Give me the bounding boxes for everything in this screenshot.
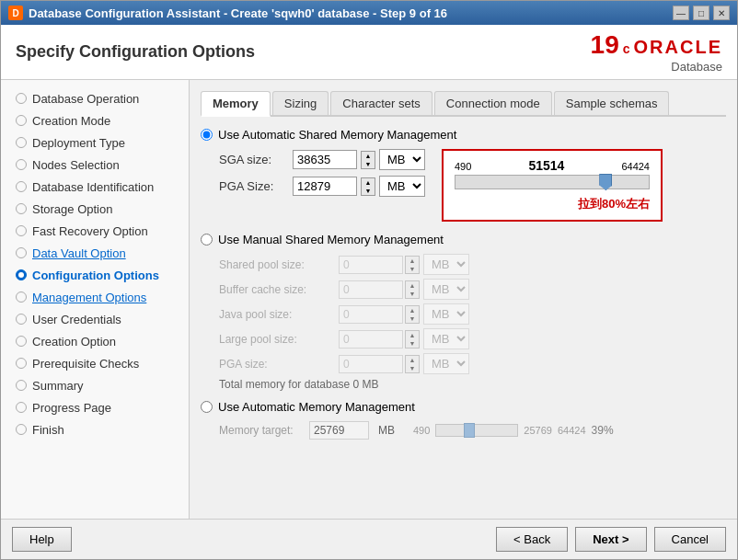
sga-label: SGA size: [219, 153, 293, 166]
shared-pool-unit: MB [423, 254, 469, 275]
pga-manual-input [339, 355, 403, 373]
shared-pool-row: Shared pool size: ▲ ▼ MB [219, 254, 726, 275]
minimize-button[interactable]: — [673, 6, 689, 20]
buffer-cache-spin: ▲ ▼ [405, 280, 420, 299]
sidebar-item-creation-option: Creation Option [1, 330, 189, 352]
window-controls: — □ ✕ [673, 6, 730, 20]
large-pool-label: Large pool size: [219, 333, 339, 346]
bullet-creation-mode [16, 115, 27, 126]
tab-memory[interactable]: Memory [201, 91, 271, 117]
bottom-bar: Help < Back Next > Cancel [1, 519, 737, 559]
manual-shared-radio-row: Use Manual Shared Memory Management [201, 233, 726, 246]
sidebar-item-prerequisite-checks: Prerequisite Checks [1, 352, 189, 374]
tab-bar: Memory Sizing Character sets Connection … [201, 91, 726, 117]
tab-character-sets[interactable]: Character sets [330, 91, 432, 115]
large-pool-spin: ▲ ▼ [405, 330, 420, 349]
sidebar-item-progress-page: Progress Page [1, 396, 189, 418]
sga-input-group: ▲ ▼ MB GB [293, 149, 425, 170]
shared-pool-spin: ▲ ▼ [405, 256, 420, 274]
tab-sizing[interactable]: Sizing [272, 91, 329, 115]
pga-manual-row: PGA size: ▲ ▼ MB [219, 353, 726, 374]
buffer-cache-label: Buffer cache size: [219, 283, 339, 296]
auto-memory-radio[interactable] [201, 401, 213, 413]
sga-field-row: SGA size: ▲ ▼ MB GB [201, 149, 425, 170]
sga-spin-down[interactable]: ▼ [362, 160, 375, 168]
auto-memory-radio-row: Use Automatic Memory Management [201, 400, 726, 414]
shared-pool-spin-down: ▼ [406, 265, 419, 273]
bullet-database-operation [16, 93, 27, 104]
sidebar-item-database-identification: Database Identification [1, 176, 189, 198]
main-window: D Database Configuration Assistant - Cre… [0, 0, 738, 560]
help-button[interactable]: Help [12, 527, 72, 552]
java-pool-input [339, 305, 403, 324]
sidebar-item-summary: Summary [1, 374, 189, 396]
bullet-creation-option [16, 336, 27, 347]
maximize-button[interactable]: □ [693, 6, 709, 20]
bullet-fast-recovery-option [16, 225, 27, 236]
annotation-text: 拉到80%左右 [455, 196, 650, 212]
cancel-button[interactable]: Cancel [654, 527, 726, 552]
sidebar-item-configuration-options[interactable]: Configuration Options [1, 264, 189, 286]
slider-max-label: 64424 [621, 161, 650, 172]
manual-shared-label[interactable]: Use Manual Shared Memory Management [218, 233, 444, 246]
memory-tab-content: Use Automatic Shared Memory Management S… [201, 128, 726, 440]
pga-spin-up[interactable]: ▲ [362, 178, 375, 187]
pga-spin-down[interactable]: ▼ [362, 187, 375, 195]
auto-memory-row: Memory target: MB 490 25769 64424 39% [201, 421, 726, 440]
oracle-logo-top: 19 c ORACLE [591, 30, 722, 60]
window-title: Database Configuration Assistant - Creat… [29, 6, 447, 20]
pga-manual-unit: MB [423, 353, 469, 374]
tab-connection-mode[interactable]: Connection mode [434, 91, 552, 115]
shared-pool-input [339, 256, 403, 274]
bullet-management-options [16, 291, 27, 303]
oracle-logo: 19 c ORACLE Database [591, 30, 722, 74]
pga-manual-spin: ▲ ▼ [405, 355, 420, 373]
manual-fields: Shared pool size: ▲ ▼ MB Buffer cache si… [201, 254, 726, 374]
auto-slider-percent: 39% [592, 424, 614, 437]
tab-sample-schemas[interactable]: Sample schemas [554, 91, 670, 115]
bottom-right: < Back Next > Cancel [496, 527, 726, 552]
next-button[interactable]: Next > [575, 527, 646, 552]
memory-target-label: Memory target: [219, 424, 302, 437]
close-button[interactable]: ✕ [713, 6, 730, 20]
bullet-prerequisite-checks [16, 358, 27, 369]
bullet-summary [16, 380, 27, 391]
sidebar-item-user-credentials: User Credentials [1, 308, 189, 330]
auto-shared-radio[interactable] [201, 129, 213, 141]
pga-input-group: ▲ ▼ MB GB [293, 176, 425, 197]
sidebar-item-management-options[interactable]: Management Options [1, 286, 189, 308]
bullet-deployment-type [16, 137, 27, 148]
sga-spin-up[interactable]: ▲ [362, 152, 375, 160]
bullet-user-credentials [16, 314, 27, 325]
java-pool-row: Java pool size: ▲ ▼ MB [219, 303, 726, 325]
manual-shared-radio[interactable] [201, 234, 213, 246]
sga-input[interactable] [293, 150, 357, 169]
memory-slider-box: 490 51514 64424 拉到80%左右 [442, 149, 663, 222]
back-button[interactable]: < Back [496, 527, 568, 552]
sidebar-item-fast-recovery-option: Fast Recovery Option [1, 220, 189, 242]
sidebar-item-data-vault-option[interactable]: Data Vault Option [1, 242, 189, 264]
slider-current-label: 51514 [528, 158, 564, 173]
oracle-name: ORACLE [634, 37, 722, 58]
pga-input[interactable] [293, 177, 357, 196]
memory-slider[interactable] [455, 175, 650, 189]
auto-slider-current: 25769 [524, 425, 552, 436]
bottom-left: Help [12, 527, 72, 552]
sga-unit-select[interactable]: MB GB [379, 149, 425, 170]
sidebar-item-finish: Finish [1, 418, 189, 440]
bullet-progress-page [16, 402, 27, 413]
manual-shared-memory-section: Use Manual Shared Memory Management Shar… [201, 233, 726, 391]
pga-unit-select[interactable]: MB GB [379, 176, 425, 197]
java-pool-unit: MB [423, 303, 469, 325]
title-bar-left: D Database Configuration Assistant - Cre… [8, 6, 447, 20]
auto-shared-label[interactable]: Use Automatic Shared Memory Management [218, 128, 456, 142]
shared-pool-spin-up: ▲ [406, 257, 419, 265]
content-area: Memory Sizing Character sets Connection … [190, 80, 737, 519]
bullet-nodes-selection [16, 159, 27, 170]
sidebar-item-deployment-type: Deployment Type [1, 131, 189, 154]
header: Specify Configuration Options 19 c ORACL… [1, 25, 737, 80]
pga-field-row: PGA Size: ▲ ▼ MB GB [201, 176, 425, 197]
buffer-cache-input [339, 280, 403, 299]
auto-memory-label[interactable]: Use Automatic Memory Management [218, 400, 415, 414]
auto-slider-row: 490 25769 64424 39% [413, 424, 614, 437]
